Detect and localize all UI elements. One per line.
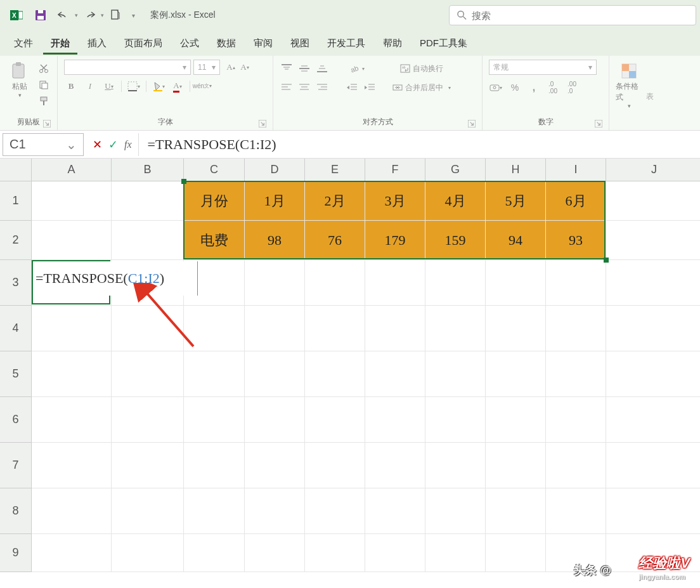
redo-icon[interactable] bbox=[82, 8, 97, 23]
column-header[interactable]: J bbox=[606, 159, 700, 181]
cell[interactable]: 2月 bbox=[305, 181, 365, 221]
tab-view[interactable]: 视图 bbox=[283, 32, 317, 55]
cut-icon[interactable] bbox=[37, 62, 51, 75]
tab-file[interactable]: 文件 bbox=[6, 32, 41, 55]
select-all-corner[interactable] bbox=[0, 159, 32, 181]
chevron-down-icon[interactable]: ⌄ bbox=[66, 137, 77, 152]
cell[interactable]: 98 bbox=[245, 221, 305, 260]
row-header[interactable]: 7 bbox=[0, 443, 32, 488]
cell[interactable] bbox=[32, 221, 112, 260]
bold-button[interactable]: B bbox=[64, 80, 78, 93]
cell[interactable] bbox=[546, 397, 606, 443]
cell[interactable] bbox=[425, 397, 486, 443]
cell[interactable]: 5月 bbox=[486, 181, 546, 221]
cell[interactable] bbox=[184, 443, 245, 488]
cell[interactable] bbox=[606, 221, 700, 260]
row-header[interactable]: 4 bbox=[0, 306, 32, 351]
cell[interactable] bbox=[245, 488, 305, 534]
underline-button[interactable]: U▾ bbox=[102, 80, 116, 93]
phonetic-guide-icon[interactable]: wén文▾ bbox=[195, 80, 209, 93]
tab-home[interactable]: 开始 bbox=[43, 32, 77, 55]
cell[interactable] bbox=[606, 260, 700, 306]
column-header[interactable]: D bbox=[245, 159, 305, 181]
launcher-icon[interactable] bbox=[259, 120, 266, 127]
orientation-icon[interactable]: ab▾ bbox=[345, 62, 370, 75]
align-left-icon[interactable] bbox=[280, 81, 294, 94]
cell[interactable] bbox=[184, 397, 245, 443]
cell[interactable] bbox=[486, 397, 546, 443]
comma-icon[interactable]: , bbox=[527, 81, 541, 94]
decrease-decimal-icon[interactable]: .00.0 bbox=[565, 81, 579, 94]
cell[interactable] bbox=[32, 534, 112, 572]
cell[interactable] bbox=[606, 443, 700, 488]
align-bottom-icon[interactable] bbox=[315, 62, 329, 75]
copy-icon[interactable] bbox=[37, 79, 51, 91]
cell[interactable] bbox=[184, 534, 245, 572]
cell[interactable]: 1月 bbox=[245, 181, 305, 221]
print-preview-icon[interactable] bbox=[108, 8, 123, 23]
cell[interactable] bbox=[32, 397, 112, 443]
column-header[interactable]: B bbox=[112, 159, 184, 181]
currency-icon[interactable]: ▾ bbox=[489, 81, 503, 94]
cell[interactable] bbox=[486, 351, 546, 397]
tab-formulas[interactable]: 公式 bbox=[172, 32, 207, 55]
fill-color-icon[interactable]: ▾ bbox=[152, 80, 165, 93]
align-top-icon[interactable] bbox=[280, 62, 294, 75]
decrease-indent-icon[interactable] bbox=[345, 81, 359, 94]
cell[interactable] bbox=[305, 351, 365, 397]
cell[interactable] bbox=[112, 221, 184, 260]
cell[interactable]: 3月 bbox=[365, 181, 425, 221]
cell[interactable] bbox=[112, 534, 184, 572]
cell[interactable] bbox=[546, 488, 606, 534]
cell[interactable] bbox=[245, 534, 305, 572]
cell[interactable] bbox=[365, 488, 425, 534]
tab-insert[interactable]: 插入 bbox=[80, 32, 114, 55]
cell[interactable] bbox=[486, 443, 546, 488]
cell[interactable]: 94 bbox=[486, 221, 546, 260]
cell[interactable] bbox=[365, 397, 425, 443]
launcher-icon[interactable] bbox=[43, 120, 51, 127]
cell[interactable] bbox=[425, 488, 486, 534]
align-middle-icon[interactable] bbox=[297, 62, 311, 75]
undo-icon[interactable] bbox=[56, 8, 71, 23]
column-header[interactable]: E bbox=[305, 159, 365, 181]
cell[interactable] bbox=[32, 488, 112, 534]
cell[interactable] bbox=[305, 488, 365, 534]
cell[interactable] bbox=[112, 397, 184, 443]
cell[interactable] bbox=[112, 443, 184, 488]
increase-indent-icon[interactable] bbox=[363, 81, 377, 94]
redo-dropdown-icon[interactable]: ▾ bbox=[101, 12, 104, 18]
percent-icon[interactable]: % bbox=[508, 81, 522, 94]
cell[interactable]: 4月 bbox=[425, 181, 486, 221]
cell[interactable]: 93 bbox=[546, 221, 606, 260]
cell[interactable] bbox=[245, 443, 305, 488]
cell[interactable] bbox=[486, 534, 546, 572]
fx-icon[interactable]: fx bbox=[124, 139, 132, 150]
cancel-formula-icon[interactable]: ✕ bbox=[93, 138, 102, 152]
cell[interactable] bbox=[32, 181, 112, 221]
row-header[interactable]: 9 bbox=[0, 534, 32, 572]
row-header[interactable]: 3 bbox=[0, 260, 32, 306]
row-header[interactable]: 6 bbox=[0, 397, 32, 443]
cell[interactable] bbox=[32, 306, 112, 351]
column-header[interactable]: C bbox=[184, 159, 245, 181]
cell[interactable] bbox=[184, 306, 245, 351]
font-size-combo[interactable]: 11▾ bbox=[193, 60, 220, 75]
border-icon[interactable]: ▾ bbox=[127, 80, 141, 93]
cell[interactable] bbox=[606, 351, 700, 397]
cell[interactable] bbox=[486, 488, 546, 534]
cell[interactable] bbox=[425, 306, 486, 351]
cell[interactable] bbox=[365, 306, 425, 351]
shrink-font-icon[interactable]: A▾ bbox=[238, 61, 252, 74]
cell[interactable] bbox=[425, 260, 486, 306]
name-box[interactable]: C1 ⌄ bbox=[3, 133, 84, 156]
cell[interactable] bbox=[245, 351, 305, 397]
conditional-formatting-button[interactable]: 条件格式 ▾ bbox=[616, 60, 642, 112]
cell[interactable] bbox=[365, 443, 425, 488]
row-header[interactable]: 1 bbox=[0, 181, 32, 221]
grow-font-icon[interactable]: A▴ bbox=[224, 61, 238, 74]
formula-bar-input[interactable]: =TRANSPOSE(C1:I2) bbox=[139, 136, 700, 153]
cell[interactable] bbox=[425, 534, 486, 572]
cell[interactable] bbox=[365, 534, 425, 572]
undo-dropdown-icon[interactable]: ▾ bbox=[75, 12, 78, 18]
